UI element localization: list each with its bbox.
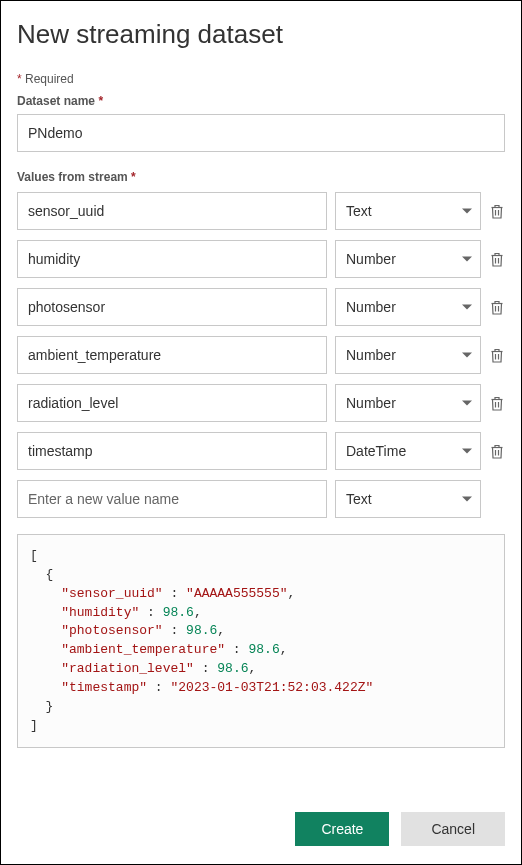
value-name-input[interactable] <box>17 384 327 422</box>
values-from-stream-label: Values from stream * <box>17 170 505 184</box>
value-name-input[interactable] <box>17 240 327 278</box>
create-button[interactable]: Create <box>295 812 389 846</box>
json-preview: [ { "sensor_uuid" : "AAAAA555555", "humi… <box>17 534 505 748</box>
trash-icon[interactable] <box>489 393 505 413</box>
value-type-select[interactable]: TextNumberDateTime <box>335 336 481 374</box>
new-value-type-select[interactable]: TextNumberDateTime <box>335 480 481 518</box>
value-row: TextNumberDateTime <box>17 432 505 470</box>
cancel-button[interactable]: Cancel <box>401 812 505 846</box>
page-title: New streaming dataset <box>17 19 505 50</box>
trash-icon[interactable] <box>489 249 505 269</box>
value-type-select[interactable]: TextNumberDateTime <box>335 288 481 326</box>
value-row: TextNumberDateTime <box>17 192 505 230</box>
value-name-input[interactable] <box>17 432 327 470</box>
required-note: * Required <box>17 72 505 86</box>
value-name-input[interactable] <box>17 336 327 374</box>
trash-icon[interactable] <box>489 441 505 461</box>
trash-icon[interactable] <box>489 201 505 221</box>
trash-icon[interactable] <box>489 345 505 365</box>
value-type-select[interactable]: TextNumberDateTime <box>335 384 481 422</box>
trash-icon[interactable] <box>489 297 505 317</box>
new-value-name-input[interactable] <box>17 480 327 518</box>
value-name-input[interactable] <box>17 192 327 230</box>
dataset-name-input[interactable] <box>17 114 505 152</box>
value-type-select[interactable]: TextNumberDateTime <box>335 432 481 470</box>
value-row: TextNumberDateTime <box>17 384 505 422</box>
value-row: TextNumberDateTime <box>17 240 505 278</box>
value-type-select[interactable]: TextNumberDateTime <box>335 192 481 230</box>
new-value-row: TextNumberDateTime <box>17 480 505 518</box>
dataset-name-label: Dataset name * <box>17 94 505 108</box>
value-row: TextNumberDateTime <box>17 336 505 374</box>
value-type-select[interactable]: TextNumberDateTime <box>335 240 481 278</box>
value-row: TextNumberDateTime <box>17 288 505 326</box>
value-name-input[interactable] <box>17 288 327 326</box>
